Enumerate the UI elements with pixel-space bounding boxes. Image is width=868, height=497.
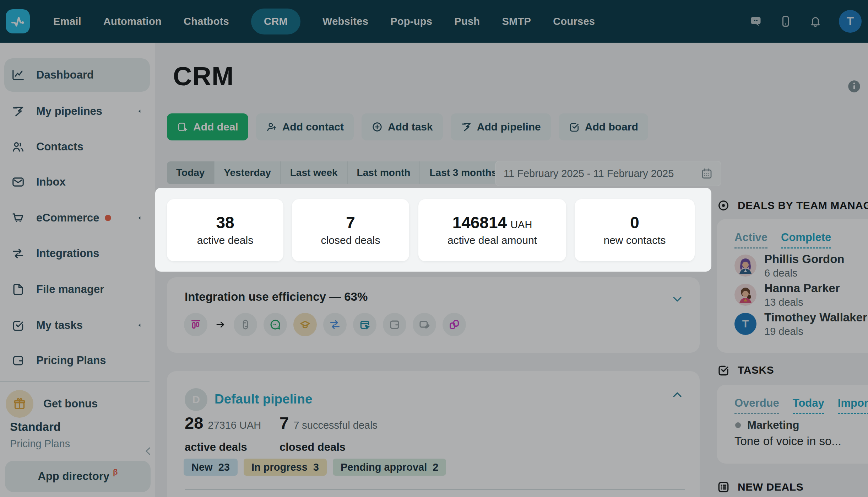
inbox-icon — [11, 175, 26, 189]
sidebar-item-label: Contacts — [36, 140, 83, 153]
manager-row[interactable]: T Timothey Wallaker 19 deals — [734, 311, 867, 337]
capsule-icon[interactable] — [234, 313, 257, 336]
sidebar-item-ecommerce[interactable]: eCommerce — [4, 201, 150, 235]
add-deal-icon — [177, 121, 188, 133]
nav-item-websites[interactable]: Websites — [322, 16, 368, 27]
add-contact-button[interactable]: Add contact — [256, 113, 354, 140]
calendar-icon — [701, 167, 713, 180]
sidebar-item-inbox[interactable]: Inbox — [4, 165, 150, 199]
pipeline-name-link[interactable]: Default pipeline — [215, 392, 312, 407]
linked-items-icon[interactable] — [443, 313, 466, 336]
pipeline-divider — [185, 489, 685, 490]
tasks-section-header: TASKS — [717, 364, 774, 376]
plan-tier-label[interactable]: Pricing Plans — [10, 438, 70, 450]
storefront-cursor-icon[interactable] — [353, 313, 376, 336]
stat-value: 0 — [630, 213, 639, 232]
stat-unit: UAH — [510, 219, 532, 231]
sidebar-item-contacts[interactable]: Contacts — [4, 130, 150, 164]
education-icon[interactable] — [293, 313, 317, 336]
closed-deals-label: closed deals — [280, 441, 346, 454]
contacts-icon — [11, 140, 26, 154]
chevron-up-icon[interactable] — [671, 389, 683, 401]
user-avatar[interactable]: T — [839, 10, 862, 33]
stat-value: 7 — [346, 213, 355, 232]
card-edit-icon[interactable] — [413, 313, 436, 336]
add-pipeline-button[interactable]: Add pipeline — [451, 113, 551, 140]
transfer-arrows-icon[interactable] — [323, 313, 347, 336]
bell-icon[interactable] — [809, 15, 822, 28]
sidebar-item-my-pipelines[interactable]: My pipelines — [4, 95, 150, 128]
chat-assistant-icon[interactable] — [264, 313, 287, 336]
beta-badge: β — [113, 467, 118, 477]
pipeline-closed-stats: 7 7 successful deals — [280, 413, 378, 433]
manager-row[interactable]: Hanna Parker 13 deals — [734, 282, 840, 308]
task-title[interactable]: Tone of voice in so... — [734, 434, 841, 448]
stat-label: closed deals — [321, 234, 380, 246]
sidebar-item-my-tasks[interactable]: My tasks — [4, 309, 150, 342]
right-sidebar: DEALS BY TEAM MANAGERS Active Complete P… — [711, 43, 868, 497]
stage-badge-pending-approval[interactable]: Pending approval 2 — [333, 459, 446, 476]
stage-badge-new[interactable]: New 23 — [184, 459, 238, 476]
nav-item-popups[interactable]: Pop-ups — [390, 16, 432, 27]
nav-item-smtp[interactable]: SMTP — [502, 16, 531, 27]
get-bonus-link[interactable]: Get bonus — [6, 388, 98, 419]
app-directory-label: App directory — [38, 470, 110, 483]
chat-icon[interactable] — [749, 15, 762, 28]
tab-complete[interactable]: Complete — [781, 231, 831, 248]
button-label: Add pipeline — [477, 121, 541, 133]
nav-item-automation[interactable]: Automation — [103, 16, 162, 27]
stat-label: active deals — [197, 234, 253, 246]
pipeline-avatar: D — [185, 388, 207, 411]
integration-icons — [184, 313, 466, 336]
stat-label: active deal amount — [447, 234, 537, 246]
stat-card-deal-amount: 146814 UAH active deal amount — [418, 199, 566, 261]
active-deals-count: 28 — [185, 413, 203, 433]
manager-deals: 13 deals — [764, 296, 840, 308]
manager-row[interactable]: Phillis Gordon 6 deals — [734, 252, 845, 279]
tab-last-3-months[interactable]: Last 3 months — [420, 161, 506, 184]
add-deal-button[interactable]: Add deal — [167, 113, 248, 140]
dashboard-icon — [11, 68, 26, 82]
add-board-button[interactable]: Add board — [559, 113, 648, 140]
tab-today[interactable]: Today — [167, 161, 215, 184]
stage-badge-in-progress[interactable]: In progress 3 — [244, 459, 327, 476]
managers-tabs: Active Complete — [734, 231, 831, 248]
nav-item-crm[interactable]: CRM — [251, 9, 300, 34]
sidebar-item-pricing-plans[interactable]: Pricing Plans — [4, 344, 150, 377]
add-task-button[interactable]: Add task — [362, 113, 443, 140]
tab-important[interactable]: Important — [838, 397, 868, 414]
nav-item-email[interactable]: Email — [53, 16, 81, 27]
tab-last-month[interactable]: Last month — [348, 161, 421, 184]
sidebar-item-dashboard[interactable]: Dashboard — [4, 58, 150, 92]
tab-active[interactable]: Active — [734, 231, 767, 248]
sidebar-collapse-icon[interactable] — [142, 445, 154, 457]
add-board-icon — [569, 121, 580, 133]
nav-item-chatbots[interactable]: Chatbots — [184, 16, 229, 27]
gift-icon — [6, 390, 33, 418]
wallet-icon[interactable] — [383, 313, 406, 336]
nav-item-push[interactable]: Push — [454, 16, 480, 27]
sidebar-divider — [0, 381, 150, 382]
tab-last-week[interactable]: Last week — [281, 161, 348, 184]
pricing-icon — [11, 354, 26, 367]
button-label: Add task — [388, 121, 433, 133]
tab-overdue[interactable]: Overdue — [734, 397, 779, 414]
app-directory-button[interactable]: App directory β — [5, 461, 151, 492]
sidebar-item-integrations[interactable]: Integrations — [4, 237, 150, 270]
active-deals-label: active deals — [185, 441, 247, 454]
task-category: Marketing — [747, 419, 799, 432]
date-range-input[interactable]: 11 February 2025 - 11 February 2025 — [495, 161, 721, 186]
integration-title: Integration use efficiency — 63% — [185, 290, 368, 304]
info-icon[interactable] — [847, 79, 861, 93]
managers-section-title: DEALS BY TEAM MANAGERS — [738, 199, 868, 212]
chevron-down-icon[interactable] — [671, 293, 683, 305]
sidebar-item-file-manager[interactable]: File manager — [4, 273, 150, 306]
avatar-timothey-wallaker: T — [734, 313, 756, 335]
mobile-icon[interactable] — [779, 15, 792, 28]
nav-item-courses[interactable]: Courses — [553, 16, 595, 27]
tab-yesterday[interactable]: Yesterday — [215, 161, 281, 184]
add-pipeline-icon — [461, 121, 472, 133]
app-logo[interactable] — [6, 9, 30, 33]
kanban-board-icon[interactable] — [184, 313, 207, 336]
tab-today[interactable]: Today — [793, 397, 824, 414]
